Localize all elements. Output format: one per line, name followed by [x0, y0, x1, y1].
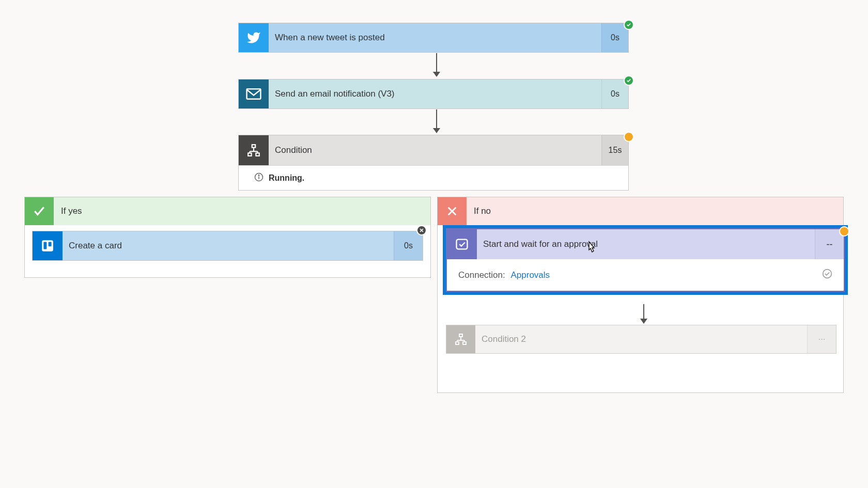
status-success-icon	[624, 75, 634, 86]
mail-icon	[239, 80, 269, 108]
trello-icon	[33, 231, 63, 260]
step-condition-label: Condition	[269, 135, 601, 165]
trello-label: Create a card	[63, 231, 394, 260]
step-twitter-trigger[interactable]: When a new tweet is posted 0s	[238, 23, 629, 53]
svg-rect-1	[252, 145, 256, 147]
condition-icon	[239, 135, 269, 165]
step-email-label: Send an email notification (V3)	[269, 80, 601, 108]
svg-rect-14	[49, 242, 52, 246]
approval-connection-row: Connection: Approvals	[447, 259, 844, 291]
step-email-time: 0s	[601, 80, 628, 108]
info-icon	[254, 172, 264, 184]
svg-rect-22	[456, 342, 459, 344]
svg-rect-0	[247, 89, 261, 99]
status-cancelled-icon	[416, 225, 427, 235]
arrow-icon	[433, 109, 440, 133]
check-circle-icon	[822, 269, 832, 281]
branch-yes-title: If yes	[54, 197, 430, 225]
connection-link[interactable]: Approvals	[510, 270, 550, 280]
step-condition[interactable]: Condition 15s Running.	[238, 135, 629, 191]
step-email-notification[interactable]: Send an email notification (V3) 0s	[238, 79, 629, 109]
condition-status-row: Running.	[239, 165, 628, 190]
svg-point-11	[258, 175, 259, 176]
twitter-icon	[239, 23, 269, 52]
approvals-icon	[447, 229, 477, 259]
condition-running-text: Running.	[269, 174, 304, 183]
svg-point-20	[823, 270, 832, 278]
svg-rect-13	[43, 242, 47, 249]
close-icon	[438, 197, 467, 225]
branch-no-title: If no	[467, 197, 843, 225]
step-twitter-label: When a new tweet is posted	[269, 23, 601, 52]
check-icon	[25, 197, 54, 225]
trello-time: 0s	[394, 231, 423, 260]
step-condition-2[interactable]: Condition 2 ···	[446, 325, 836, 354]
condition2-label: Condition 2	[475, 325, 807, 353]
status-running-icon	[624, 132, 634, 142]
action-create-trello-card[interactable]: Create a card 0s	[32, 231, 423, 261]
svg-rect-12	[42, 240, 53, 251]
condition2-time: ···	[807, 325, 836, 353]
approval-label: Start and wait for an approval	[477, 229, 815, 259]
svg-rect-19	[457, 240, 468, 249]
svg-rect-23	[463, 342, 466, 344]
cursor-pointer-icon	[585, 241, 596, 254]
condition-icon	[446, 325, 475, 353]
status-success-icon	[624, 20, 634, 30]
action-start-wait-approval[interactable]: Start and wait for an approval -- Connec…	[443, 225, 848, 295]
status-running-icon	[839, 226, 849, 237]
svg-rect-21	[459, 334, 462, 337]
svg-rect-2	[248, 153, 252, 155]
svg-rect-3	[256, 153, 259, 155]
flow-canvas: When a new tweet is posted 0s Send an em…	[0, 0, 868, 488]
arrow-icon	[433, 53, 440, 77]
connection-label: Connection:	[458, 270, 505, 280]
arrow-icon	[640, 304, 647, 324]
